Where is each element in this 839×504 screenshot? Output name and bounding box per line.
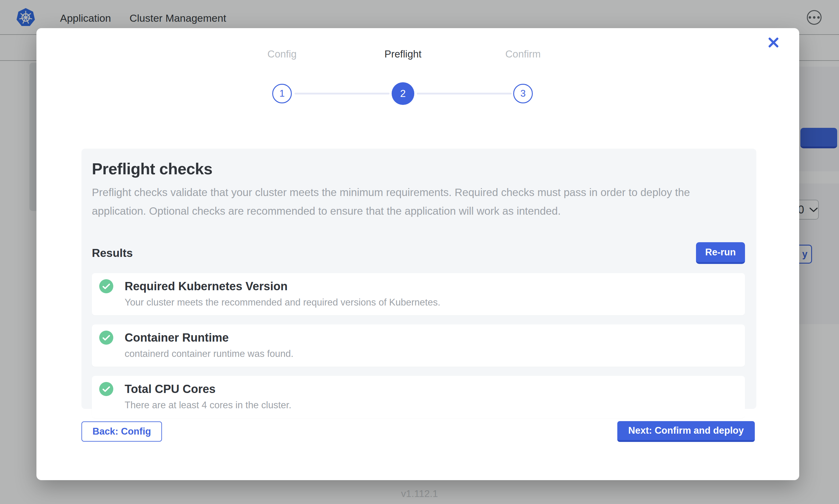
check-circle-icon — [99, 382, 113, 396]
check-title: Container Runtime — [125, 331, 229, 344]
check-row: Required Kubernetes Version Your cluster… — [92, 273, 745, 315]
check-detail: containerd container runtime was found. — [125, 348, 738, 359]
step-label-config: Config — [267, 48, 296, 60]
preflight-modal: Config Preflight Confirm 1 2 3 Preflight… — [36, 28, 799, 480]
panel-title: Preflight checks — [92, 160, 745, 178]
step-label-confirm: Confirm — [505, 48, 541, 60]
step-circle-confirm[interactable]: 3 — [513, 84, 533, 103]
step-circle-preflight[interactable]: 2 — [392, 82, 414, 105]
stepper-connector — [295, 93, 390, 94]
stepper-connector — [417, 93, 512, 94]
screen: Application Cluster Management 0 y v1.11… — [0, 0, 839, 504]
step-label-preflight: Preflight — [384, 48, 421, 60]
next-confirm-deploy-button[interactable]: Next: Confirm and deploy — [617, 421, 755, 442]
check-circle-icon — [99, 330, 113, 345]
back-config-button[interactable]: Back: Config — [82, 421, 162, 442]
preflight-panel: Preflight checks Preflight checks valida… — [82, 149, 756, 409]
check-circle-icon — [99, 279, 113, 293]
check-row: Container Runtime containerd container r… — [92, 324, 745, 367]
step-circle-config[interactable]: 1 — [272, 84, 292, 103]
results-heading: Results — [92, 247, 133, 260]
check-row: Total CPU Cores There are at least 4 cor… — [92, 376, 745, 418]
modal-footer: Back: Config Next: Confirm and deploy — [82, 421, 755, 442]
wizard-stepper: Config Preflight Confirm 1 2 3 — [36, 45, 799, 97]
rerun-button[interactable]: Re-run — [696, 242, 745, 264]
check-detail: Your cluster meets the recommended and r… — [125, 297, 738, 308]
check-title: Total CPU Cores — [125, 383, 216, 396]
check-detail: There are at least 4 cores in the cluste… — [125, 400, 738, 411]
check-title: Required Kubernetes Version — [125, 280, 288, 293]
panel-description: Preflight checks validate that your clus… — [92, 183, 738, 220]
